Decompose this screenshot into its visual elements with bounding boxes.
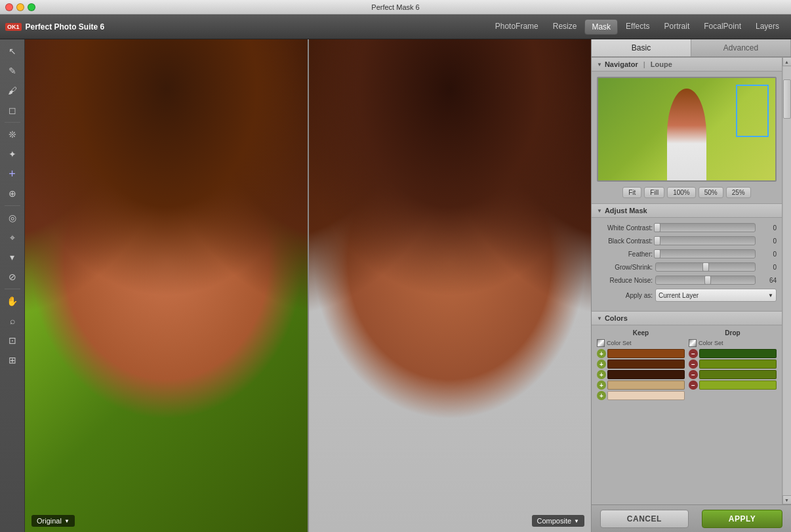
tool-fill[interactable]: ▾: [3, 248, 22, 266]
drop-swatch-1[interactable]: [699, 349, 777, 358]
keep-swatch-1[interactable]: [607, 349, 685, 358]
tool-eraser[interactable]: ◻: [3, 101, 22, 119]
drop-remove-2[interactable]: −: [689, 359, 698, 369]
grow-shrink-thumb[interactable]: [702, 262, 709, 272]
keep-add-3[interactable]: +: [597, 370, 606, 379]
tool-spray[interactable]: ❊: [3, 125, 22, 144]
drop-color-row-4: −: [689, 380, 777, 390]
keep-swatch-5[interactable]: [607, 391, 685, 400]
canvas-image[interactable]: [25, 39, 591, 532]
drop-color-row-3: −: [689, 370, 777, 379]
tab-advanced[interactable]: Advanced: [691, 39, 791, 56]
tool-smudge[interactable]: ⌖: [3, 228, 22, 247]
white-contrast-value: 0: [758, 224, 777, 232]
canvas-right-arrow: ▼: [574, 518, 579, 524]
grow-shrink-slider[interactable]: [655, 262, 756, 272]
zoom-buttons: Fit Fill 100% 50% 25%: [597, 187, 777, 198]
keep-swatch-2[interactable]: [607, 359, 685, 369]
apply-as-label: Apply as:: [597, 292, 653, 299]
tool-palette[interactable]: ⊞: [3, 351, 22, 369]
toolbar-separator-2: [5, 205, 20, 206]
canvas-divider[interactable]: [308, 39, 309, 532]
keep-swatch-4[interactable]: [607, 380, 685, 390]
reduce-noise-slider[interactable]: [655, 276, 756, 285]
drop-color-set-icon: [689, 339, 697, 347]
thumb-person: [667, 89, 706, 180]
drop-remove-1[interactable]: −: [689, 349, 698, 358]
menu-effects[interactable]: Effects: [619, 19, 656, 35]
keep-color-row-2: +: [597, 359, 685, 369]
scroll-thumb[interactable]: [783, 79, 791, 119]
keep-color-row-3: +: [597, 370, 685, 379]
keep-swatch-3[interactable]: [607, 370, 685, 379]
navigator-thumbnail[interactable]: [597, 77, 777, 182]
navigator-title: Navigator: [605, 60, 638, 68]
adjust-section: White Contrast: 0 Black Contrast: 0: [592, 218, 782, 311]
scroll-down[interactable]: ▼: [782, 495, 792, 504]
cancel-button[interactable]: CANCEL: [600, 510, 689, 528]
apply-button[interactable]: APPLY: [702, 510, 782, 528]
menu-layers[interactable]: Layers: [749, 19, 786, 35]
apply-as-value: Current Layer: [659, 292, 699, 299]
minimize-button[interactable]: [16, 3, 24, 11]
menu-photoframe[interactable]: PhotoFrame: [489, 19, 545, 35]
keep-add-5[interactable]: +: [597, 391, 606, 400]
tab-basic[interactable]: Basic: [592, 39, 691, 56]
grow-shrink-row: Grow/Shrink: 0: [597, 262, 777, 272]
tool-zoom[interactable]: ⌕: [3, 312, 22, 330]
keep-add-4[interactable]: +: [597, 380, 606, 390]
tool-circle[interactable]: ◎: [3, 209, 22, 227]
loupe-link[interactable]: Loupe: [651, 60, 672, 68]
colors-arrow: ▼: [597, 316, 602, 321]
black-contrast-slider[interactable]: [655, 236, 756, 245]
tool-grid[interactable]: ⊡: [3, 331, 22, 350]
feather-thumb[interactable]: [654, 249, 660, 258]
menu-mask[interactable]: Mask: [584, 19, 618, 35]
tool-stamp[interactable]: ⊕: [3, 184, 22, 203]
tool-magic[interactable]: ✦: [3, 145, 22, 163]
zoom-fill[interactable]: Fill: [644, 187, 664, 198]
feather-slider[interactable]: [655, 249, 756, 258]
tool-arrow[interactable]: ↖: [3, 42, 22, 60]
black-contrast-value: 0: [758, 237, 777, 245]
menu-resize[interactable]: Resize: [546, 19, 584, 35]
reduce-noise-thumb[interactable]: [704, 276, 711, 285]
menu-focalpoint[interactable]: FocalPoint: [697, 19, 748, 35]
reduce-noise-value: 64: [758, 277, 777, 284]
zoom-fit[interactable]: Fit: [622, 187, 641, 198]
zoom-100[interactable]: 100%: [667, 187, 696, 198]
tool-brush[interactable]: 🖌: [3, 81, 22, 100]
panel-inner: ▼ Navigator | Loupe Fit Fill 100% 50%: [592, 57, 791, 504]
drop-remove-4[interactable]: −: [689, 380, 698, 390]
keep-color-row-4: +: [597, 380, 685, 390]
zoom-50[interactable]: 50%: [699, 187, 723, 198]
drop-swatch-2[interactable]: [699, 359, 777, 369]
white-contrast-slider[interactable]: [655, 223, 756, 232]
maximize-button[interactable]: [28, 3, 35, 11]
keep-add-2[interactable]: +: [597, 359, 606, 369]
tool-pen[interactable]: ✎: [3, 62, 22, 80]
colors-section: Keep Color Set + +: [592, 325, 782, 405]
white-contrast-thumb[interactable]: [654, 223, 660, 232]
panel-scrollbar[interactable]: ▲ ▼: [782, 57, 791, 504]
drop-color-set-row: Color Set: [689, 339, 777, 347]
drop-swatch-4[interactable]: [699, 380, 777, 390]
title-bar: Perfect Mask 6: [0, 0, 791, 14]
apply-as-select[interactable]: Current Layer ▼: [655, 289, 777, 302]
reduce-noise-row: Reduce Noise: 64: [597, 276, 777, 285]
tool-plus[interactable]: +: [3, 165, 22, 183]
black-contrast-thumb[interactable]: [654, 236, 660, 245]
hair-left: [25, 39, 308, 532]
scroll-up[interactable]: ▲: [782, 57, 792, 66]
close-button[interactable]: [5, 3, 13, 11]
scroll-track[interactable]: [783, 66, 791, 495]
drop-remove-3[interactable]: −: [689, 370, 698, 379]
zoom-25[interactable]: 25%: [726, 187, 751, 198]
tool-eyedropper[interactable]: ⊘: [3, 268, 22, 286]
tool-hand[interactable]: ✋: [3, 292, 22, 310]
keep-add-1[interactable]: +: [597, 349, 606, 358]
toolbar-separator-1: [5, 122, 20, 123]
menu-portrait[interactable]: Portrait: [658, 19, 697, 35]
right-panel: Basic Advanced ▼ Navigator | Loupe: [591, 39, 791, 532]
drop-swatch-3[interactable]: [699, 370, 777, 379]
